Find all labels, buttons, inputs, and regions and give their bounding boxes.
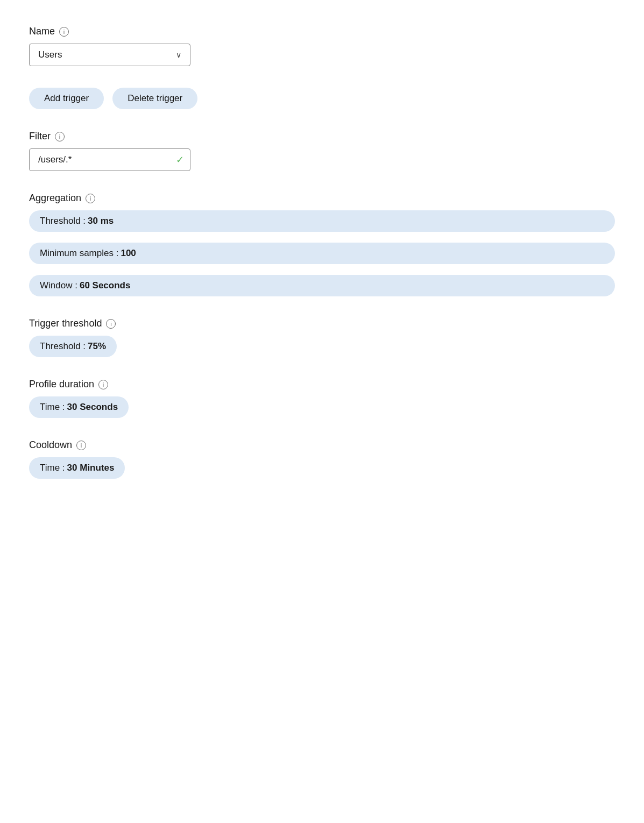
profile-duration-pill[interactable]: Time : 30 Seconds	[29, 396, 129, 418]
trigger-threshold-value: 75%	[88, 341, 106, 352]
aggregation-section: Aggregation i Threshold : 30 ms Minimum …	[29, 193, 615, 296]
profile-duration-prefix: Time :	[40, 402, 65, 413]
threshold-prefix: Threshold :	[40, 216, 86, 226]
cooldown-section: Cooldown i Time : 30 Minutes	[29, 439, 615, 479]
name-dropdown[interactable]: Users ∨	[29, 44, 190, 66]
threshold-value: 30 ms	[88, 216, 114, 226]
aggregation-label: Aggregation	[29, 193, 81, 204]
profile-duration-info-icon[interactable]: i	[98, 380, 108, 389]
aggregation-info-icon[interactable]: i	[86, 194, 95, 203]
add-trigger-button[interactable]: Add trigger	[29, 88, 104, 109]
min-samples-value: 100	[121, 248, 136, 259]
cooldown-label-row: Cooldown i	[29, 439, 615, 451]
trigger-threshold-label-row: Trigger threshold i	[29, 318, 615, 329]
filter-input-wrapper: ✓	[29, 148, 190, 171]
profile-duration-label: Profile duration	[29, 379, 94, 390]
trigger-threshold-pill[interactable]: Threshold : 75%	[29, 336, 117, 357]
trigger-threshold-label: Trigger threshold	[29, 318, 102, 329]
window-prefix: Window :	[40, 280, 77, 291]
window-value: 60 Seconds	[80, 280, 131, 291]
cooldown-pill[interactable]: Time : 30 Minutes	[29, 457, 125, 479]
chevron-down-icon: ∨	[176, 51, 181, 59]
name-section: Name i Users ∨	[29, 26, 615, 66]
filter-input[interactable]	[29, 148, 190, 171]
window-pill[interactable]: Window : 60 Seconds	[29, 275, 615, 296]
trigger-threshold-section: Trigger threshold i Threshold : 75%	[29, 318, 615, 357]
delete-trigger-button[interactable]: Delete trigger	[112, 88, 197, 109]
filter-label-row: Filter i	[29, 131, 615, 142]
min-samples-prefix: Minimum samples :	[40, 248, 118, 259]
filter-info-icon[interactable]: i	[55, 132, 65, 141]
threshold-pill[interactable]: Threshold : 30 ms	[29, 210, 615, 232]
cooldown-label: Cooldown	[29, 439, 72, 451]
name-dropdown-value: Users	[38, 49, 62, 60]
name-label: Name	[29, 26, 55, 37]
filter-label: Filter	[29, 131, 51, 142]
name-label-row: Name i	[29, 26, 615, 37]
cooldown-info-icon[interactable]: i	[76, 441, 86, 450]
profile-duration-section: Profile duration i Time : 30 Seconds	[29, 379, 615, 418]
min-samples-pill[interactable]: Minimum samples : 100	[29, 243, 615, 264]
cooldown-prefix: Time :	[40, 463, 65, 473]
aggregation-pills: Threshold : 30 ms Minimum samples : 100 …	[29, 210, 615, 296]
name-dropdown-wrapper: Users ∨	[29, 44, 190, 66]
trigger-threshold-info-icon[interactable]: i	[106, 319, 116, 329]
profile-duration-value: 30 Seconds	[67, 402, 118, 413]
cooldown-value: 30 Minutes	[67, 463, 115, 473]
trigger-threshold-prefix: Threshold :	[40, 341, 86, 352]
filter-section: Filter i ✓	[29, 131, 615, 171]
profile-duration-label-row: Profile duration i	[29, 379, 615, 390]
trigger-buttons-row: Add trigger Delete trigger	[29, 88, 615, 109]
aggregation-label-row: Aggregation i	[29, 193, 615, 204]
name-info-icon[interactable]: i	[59, 27, 69, 37]
